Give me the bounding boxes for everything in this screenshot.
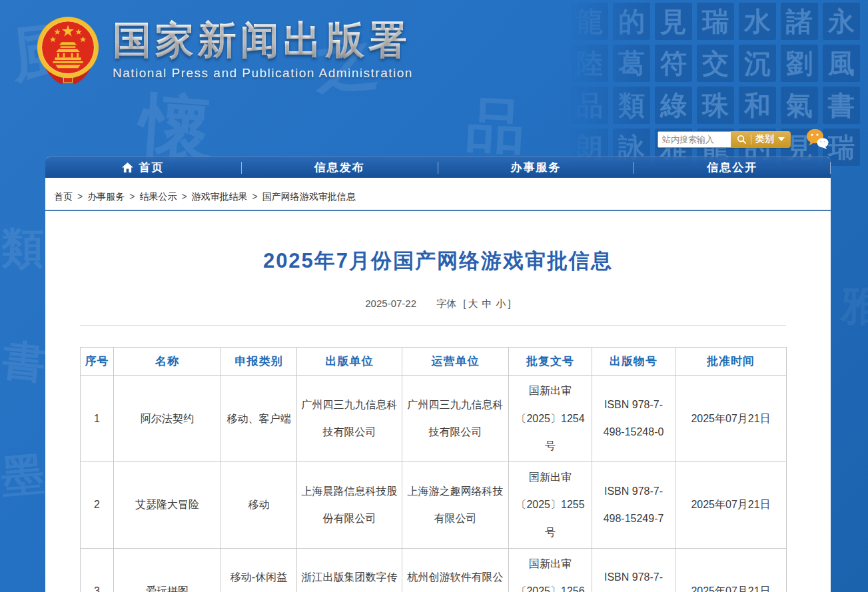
- column-header: 序号: [81, 348, 114, 376]
- publish-date: 2025-07-22: [365, 298, 416, 309]
- breadcrumb-item[interactable]: 结果公示: [139, 191, 177, 202]
- column-header: 运营单位: [402, 348, 509, 376]
- seal-tile: 風: [823, 45, 860, 82]
- column-header: 申报类别: [221, 348, 297, 376]
- nav-item-label: 办事服务: [510, 160, 561, 175]
- table-cell: 广州四三九九信息科技有限公司: [297, 376, 402, 462]
- home-icon: [122, 162, 133, 172]
- seal-tile: 沉: [739, 45, 776, 82]
- table-row: 1阿尔法契约移动、客户端广州四三九九信息科技有限公司广州四三九九信息科技有限公司…: [81, 376, 787, 462]
- seal-tile: 的: [613, 3, 650, 40]
- table-cell: 2: [81, 461, 114, 548]
- search-button[interactable]: 类别: [731, 131, 791, 148]
- table-cell: 国新出审〔2025〕1256号: [509, 548, 592, 592]
- site-title[interactable]: 国家新闻出版署: [113, 16, 413, 65]
- table-cell: 阿尔法契约: [114, 376, 221, 462]
- nav-item-label: 信息公开: [707, 160, 757, 175]
- approval-table: 序号名称申报类别出版单位运营单位批复文号出版物号批准时间 1阿尔法契约移动、客户…: [80, 347, 787, 592]
- breadcrumb-item[interactable]: 首页: [54, 191, 73, 202]
- seal-tile: 諸: [781, 3, 818, 40]
- seal-tile: 永: [823, 3, 860, 40]
- table-header-row: 序号名称申报类别出版单位运营单位批复文号出版物号批准时间: [81, 348, 787, 376]
- font-size-large[interactable]: 大: [468, 298, 478, 309]
- font-size-small[interactable]: 小: [496, 298, 506, 309]
- table-cell: ISBN 978-7-498-15249-7: [592, 461, 675, 548]
- nav-item-news[interactable]: 信息发布: [242, 157, 438, 178]
- breadcrumb-item[interactable]: 办事服务: [87, 191, 125, 202]
- calligraphy-watermark: 墨: [0, 444, 47, 505]
- table-cell: 艾瑟隆大冒险: [114, 461, 221, 548]
- column-header: 批复文号: [509, 348, 592, 376]
- search-icon: [737, 135, 747, 145]
- breadcrumb: 首页>办事服务>结果公示>游戏审批结果>国产网络游戏审批信息: [45, 178, 831, 203]
- seal-tile: 氣: [781, 87, 818, 124]
- column-header: 名称: [114, 348, 221, 376]
- masthead: 国家新闻出版署 National Press and Publication A…: [37, 16, 413, 85]
- table-cell: 2025年07月21日: [675, 461, 787, 548]
- seal-tile: 見: [655, 3, 692, 40]
- font-size-label: 字体: [436, 298, 456, 309]
- section-divider: [80, 325, 786, 326]
- nav-item-label: 信息发布: [314, 160, 365, 175]
- category-dropdown-label[interactable]: 类别: [755, 133, 774, 145]
- table-cell: 上海晨路信息科技股份有限公司: [297, 461, 402, 548]
- table-cell: 1: [81, 376, 114, 462]
- table-row: 3爱玩拼图移动-休闲益智浙江出版集团数字传媒有限公司杭州创游软件有限公司国新出审…: [81, 548, 787, 592]
- search-divider: [751, 135, 751, 145]
- breadcrumb-separator: >: [77, 191, 83, 202]
- seal-tile: 綠: [655, 87, 692, 124]
- breadcrumb-item[interactable]: 游戏审批结果: [192, 191, 248, 202]
- font-size-medium[interactable]: 中: [482, 298, 492, 309]
- nav-item-services[interactable]: 办事服务: [438, 157, 634, 178]
- table-cell: 浙江出版集团数字传媒有限公司: [297, 548, 402, 592]
- seal-tile: 葛: [613, 45, 650, 82]
- table-cell: 移动、客户端: [221, 376, 297, 462]
- seal-pattern-background: 龍的見瑞水諸永陸葛符交沉劉風品類綠珠和氣書朗詠雅龍的見瑞: [568, 0, 868, 182]
- seal-tile: 品: [571, 87, 608, 124]
- table-cell: ISBN 978-7-498-15248-0: [592, 376, 675, 462]
- breadcrumb-separator: >: [252, 191, 258, 202]
- table-body: 1阿尔法契约移动、客户端广州四三九九信息科技有限公司广州四三九九信息科技有限公司…: [81, 376, 787, 592]
- calligraphy-watermark: 品: [464, 85, 527, 167]
- article-meta: 2025-07-22 字体 [大中小]: [45, 298, 831, 310]
- table-cell: 国新出审〔2025〕1255号: [509, 461, 592, 548]
- seal-tile: 劉: [781, 45, 818, 82]
- table-cell: ISBN 978-7-498-15250-3: [592, 548, 675, 592]
- calligraphy-watermark: 雅: [841, 280, 868, 334]
- table-cell: 2025年07月21日: [675, 376, 787, 462]
- breadcrumb-separator: >: [129, 191, 135, 202]
- brand-text[interactable]: 国家新闻出版署 National Press and Publication A…: [113, 16, 413, 85]
- seal-tile: 類: [613, 87, 650, 124]
- table-row: 2艾瑟隆大冒险移动上海晨路信息科技股份有限公司上海游之趣网络科技有限公司国新出审…: [81, 461, 787, 548]
- seal-tile: 陸: [571, 45, 608, 82]
- seal-tile: 交: [697, 45, 734, 82]
- search-box: 类别: [657, 131, 791, 148]
- page-title: 2025年7月份国产网络游戏审批信息: [45, 247, 831, 275]
- search-input[interactable]: [657, 131, 731, 148]
- bracket: [: [463, 298, 466, 309]
- table-cell: 上海游之趣网络科技有限公司: [402, 461, 509, 548]
- breadcrumb-separator: >: [181, 191, 187, 202]
- seal-tile: 珠: [697, 87, 734, 124]
- table-cell: 2025年07月21日: [675, 548, 787, 592]
- nav-item-disclosure[interactable]: 信息公开: [634, 157, 830, 178]
- table-cell: 移动-休闲益智: [221, 548, 297, 592]
- table-cell: 国新出审〔2025〕1254号: [509, 376, 592, 462]
- column-header: 出版物号: [592, 348, 675, 376]
- table-cell: 杭州创游软件有限公司: [402, 548, 509, 592]
- national-emblem-icon: [37, 16, 99, 85]
- nav-item-label: 首页: [139, 160, 164, 175]
- wechat-icon[interactable]: [805, 128, 829, 150]
- content-panel: 首页>办事服务>结果公示>游戏审批结果>国产网络游戏审批信息 2025年7月份国…: [45, 178, 831, 592]
- calligraphy-watermark: 類: [1, 220, 44, 278]
- seal-tile: 符: [655, 45, 692, 82]
- seal-tile: 瑞: [697, 3, 734, 40]
- breadcrumb-item: 国产网络游戏审批信息: [262, 191, 356, 202]
- chevron-down-icon[interactable]: [778, 137, 785, 141]
- table-cell: 广州四三九九信息科技有限公司: [402, 376, 509, 462]
- search-area: 类别: [657, 128, 829, 150]
- nav-item-home[interactable]: 首页: [45, 157, 241, 178]
- main-nav: 首页 信息发布 办事服务 信息公开: [45, 156, 831, 178]
- site-subtitle: National Press and Publication Administr…: [113, 66, 413, 81]
- nav-separator: [830, 162, 831, 174]
